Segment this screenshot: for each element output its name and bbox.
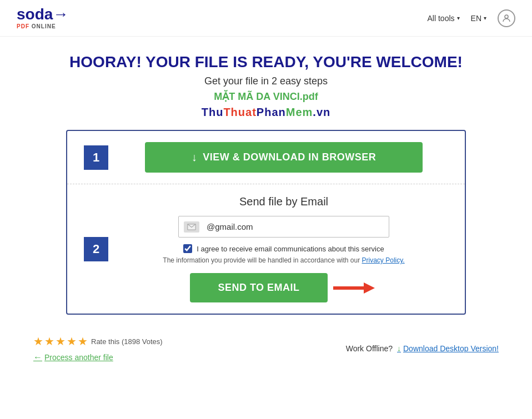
download-icon: ↓ [192, 151, 198, 164]
user-account-icon[interactable] [498, 9, 515, 27]
privacy-row: The information you provide will be hand… [163, 256, 404, 264]
svg-marker-3 [364, 282, 375, 294]
download-arrow-icon: ↓ [397, 344, 401, 353]
watermark: ThuThuatPhanMem.vn [33, 106, 499, 119]
agree-checkbox[interactable] [183, 244, 192, 253]
bottom-section: ★ ★ ★ ★ ★ Rate this (1898 Votes) ← Proce… [0, 326, 532, 371]
send-btn-row: SEND TO EMAIL [190, 273, 377, 302]
send-email-button[interactable]: SEND TO EMAIL [190, 273, 327, 302]
header-nav: All tools ▾ EN ▾ [428, 9, 515, 27]
agree-label: I agree to receive email communications … [197, 245, 384, 253]
caret-icon: ▾ [457, 15, 460, 21]
step-1-content: ↓ VIEW & DOWNLOAD IN BROWSER [119, 142, 448, 173]
page-subtitle: Get your file in 2 easy steps [33, 75, 499, 87]
star-4: ★ [67, 335, 77, 348]
right-bottom: Work Offline? ↓ Download Desktop Version… [346, 344, 499, 353]
download-button[interactable]: ↓ VIEW & DOWNLOAD IN BROWSER [145, 142, 423, 173]
stars-row: ★ ★ ★ ★ ★ Rate this (1898 Votes) [33, 335, 163, 348]
language-caret-icon: ▾ [484, 15, 486, 21]
page-headline: HOORAY! YOUR FILE IS READY, YOU'RE WELCO… [33, 53, 499, 71]
privacy-policy-link[interactable]: Privacy Policy. [362, 256, 405, 264]
step-1-number: 1 [84, 145, 108, 170]
email-icon [184, 221, 199, 233]
work-offline-label: Work Offline? [346, 344, 393, 353]
step-2-row: 2 Send file by Email I agree to receive … [67, 184, 465, 314]
logo-text: soda→ [17, 7, 68, 22]
all-tools-menu[interactable]: All tools ▾ [428, 14, 460, 23]
star-rating: ★ ★ ★ ★ ★ [33, 335, 88, 348]
star-1: ★ [33, 335, 43, 348]
language-selector[interactable]: EN ▾ [471, 14, 486, 23]
header: soda→ PDF ONLINE All tools ▾ EN ▾ [0, 0, 532, 37]
filename-label: MẶT MÃ DA VINCI.pdf [33, 90, 499, 103]
agree-row: I agree to receive email communications … [183, 244, 384, 253]
process-another-link[interactable]: ← Process another file [33, 352, 163, 362]
star-3: ★ [56, 335, 66, 348]
email-input-wrapper [178, 216, 389, 238]
red-arrow-icon [333, 279, 378, 297]
email-input[interactable] [178, 216, 389, 238]
rating-area: ★ ★ ★ ★ ★ Rate this (1898 Votes) ← Proce… [33, 335, 163, 362]
logo-sub: PDF ONLINE [17, 23, 56, 29]
step-2-number: 2 [84, 237, 108, 261]
star-5: ★ [78, 335, 88, 348]
left-arrow-icon: ← [33, 352, 42, 362]
send-email-title: Send file by Email [239, 195, 328, 208]
logo[interactable]: soda→ PDF ONLINE [17, 7, 68, 29]
main-content: HOORAY! YOUR FILE IS READY, YOU'RE WELCO… [0, 37, 532, 326]
download-desktop-link[interactable]: ↓ Download Desktop Version! [397, 344, 499, 353]
steps-card: 1 ↓ VIEW & DOWNLOAD IN BROWSER 2 Send fi… [66, 130, 466, 315]
svg-point-0 [505, 15, 508, 18]
step-1-row: 1 ↓ VIEW & DOWNLOAD IN BROWSER [67, 131, 465, 184]
step-2-content: Send file by Email I agree to receive em… [119, 195, 448, 302]
star-2: ★ [44, 335, 54, 348]
rating-text: Rate this (1898 Votes) [91, 337, 163, 346]
